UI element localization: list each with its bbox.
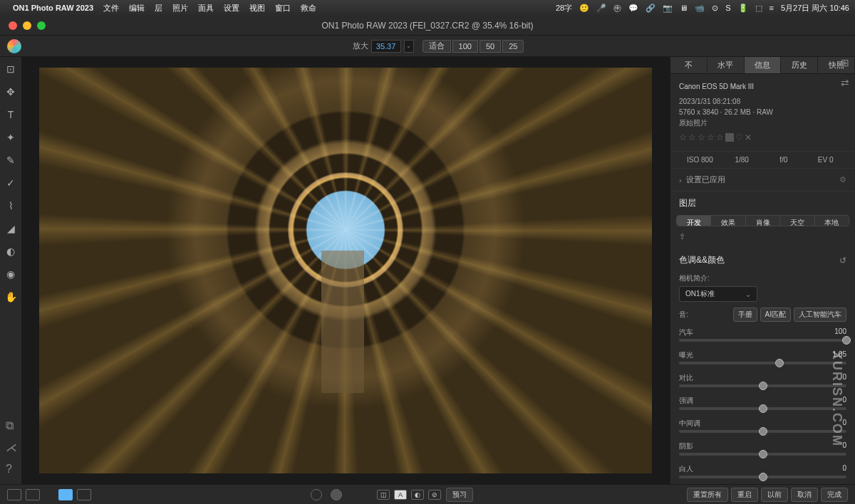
tone-btn-手册[interactable]: 手册 bbox=[733, 308, 757, 322]
statusbar-item[interactable]: 🔗 bbox=[646, 4, 656, 13]
maximize-button[interactable] bbox=[37, 21, 46, 30]
statusbar-item[interactable]: ㊥ bbox=[613, 3, 621, 14]
slider-thumb[interactable] bbox=[759, 450, 767, 458]
slider-thumb[interactable] bbox=[775, 359, 784, 367]
statusbar-item[interactable]: S bbox=[725, 4, 730, 12]
tone-btn-AI匹配[interactable]: AI匹配 bbox=[760, 308, 791, 322]
tab-不[interactable]: 不 bbox=[670, 57, 708, 73]
rating-stars[interactable]: ☆☆☆☆☆ ♡ ✕ bbox=[679, 131, 846, 144]
panel-toggle-icon[interactable]: ⊞ bbox=[841, 57, 854, 70]
camera-profile-dropdown[interactable]: ON1标准 bbox=[679, 286, 757, 302]
color-label[interactable] bbox=[725, 133, 734, 142]
star-icon[interactable]: ☆ bbox=[688, 131, 696, 144]
action-以前[interactable]: 以前 bbox=[761, 488, 788, 502]
mask-a-icon[interactable]: A bbox=[394, 490, 407, 500]
compare-icon[interactable]: ◫ bbox=[377, 490, 390, 500]
toggle-2[interactable] bbox=[331, 489, 342, 500]
menu-视图[interactable]: 视图 bbox=[249, 3, 265, 14]
layer-tab-天空[interactable]: 天空 bbox=[780, 216, 814, 226]
statusbar-item[interactable]: 📷 bbox=[663, 4, 673, 13]
zoom-input[interactable] bbox=[371, 40, 401, 53]
slider-track[interactable] bbox=[679, 453, 846, 456]
histogram-icon[interactable]: ⋌ bbox=[6, 441, 17, 454]
slider-track[interactable] bbox=[679, 476, 846, 478]
statusbar-item[interactable]: 5月27日 周六 10:46 bbox=[781, 3, 849, 14]
move-tool-icon[interactable]: ✥ bbox=[4, 85, 17, 98]
hand-tool-icon[interactable]: ✋ bbox=[4, 290, 17, 303]
layer-tab-开发[interactable]: 开发 bbox=[677, 216, 711, 226]
slider-track[interactable] bbox=[679, 362, 846, 364]
tab-历史[interactable]: 历史 bbox=[781, 57, 818, 73]
tab-水平[interactable]: 水平 bbox=[708, 57, 745, 73]
tone-btn-人工智能汽车[interactable]: 人工智能汽车 bbox=[794, 308, 846, 322]
layer-tab-效果[interactable]: 效果 bbox=[711, 216, 745, 226]
menu-设置[interactable]: 设置 bbox=[224, 3, 239, 14]
zoom-dropdown[interactable]: ⌄ bbox=[404, 40, 414, 53]
statusbar-item[interactable]: 🎤 bbox=[596, 4, 606, 13]
slider-thumb[interactable] bbox=[759, 473, 767, 481]
softproof-icon[interactable]: ◐ bbox=[411, 490, 424, 500]
view-mode-1[interactable] bbox=[7, 489, 21, 500]
settings-applied-row[interactable]: 设置已应用 ⚙ bbox=[670, 169, 855, 191]
canvas-area[interactable] bbox=[21, 57, 670, 484]
on1-logo-icon[interactable] bbox=[7, 39, 21, 53]
action-完成[interactable]: 完成 bbox=[821, 488, 848, 502]
photo-preview[interactable] bbox=[39, 68, 652, 473]
preview-button[interactable]: 预习 bbox=[446, 488, 473, 502]
layers-icon[interactable]: ⧉ bbox=[6, 419, 17, 432]
slider-track[interactable] bbox=[679, 407, 846, 410]
statusbar-item[interactable]: ⬚ bbox=[755, 4, 762, 13]
export-icon[interactable]: ⇪ bbox=[670, 226, 855, 247]
menu-照片[interactable]: 照片 bbox=[172, 3, 188, 14]
fingerprint-icon[interactable]: ◉ bbox=[4, 268, 17, 280]
slider-thumb[interactable] bbox=[759, 427, 767, 436]
adjust-tool-icon[interactable]: ◐ bbox=[4, 245, 17, 258]
heart-icon[interactable]: ♡ bbox=[735, 131, 743, 144]
menu-窗口[interactable]: 窗口 bbox=[275, 3, 291, 14]
statusbar-item[interactable]: ⊙ bbox=[712, 4, 718, 13]
help-icon[interactable]: ? bbox=[6, 463, 17, 476]
action-重启[interactable]: 重启 bbox=[731, 488, 758, 502]
view-mode-2[interactable] bbox=[26, 489, 40, 500]
statusbar-item[interactable]: 28字 bbox=[556, 3, 572, 14]
star-icon[interactable]: ☆ bbox=[698, 131, 705, 144]
preview-toggle-icon[interactable]: ⊘ bbox=[428, 490, 441, 500]
star-icon[interactable]: ☆ bbox=[707, 131, 715, 144]
statusbar-item[interactable]: ≡ bbox=[770, 4, 774, 12]
crop-tool-icon[interactable]: ⊡ bbox=[4, 63, 17, 75]
zoom-preset-50[interactable]: 50 bbox=[480, 40, 501, 53]
slider-track[interactable] bbox=[679, 384, 846, 387]
layer-tab-肖像[interactable]: 肖像 bbox=[746, 216, 780, 226]
zoom-preset-100[interactable]: 100 bbox=[452, 40, 478, 53]
statusbar-item[interactable]: 🖥 bbox=[680, 4, 688, 12]
star-icon[interactable]: ☆ bbox=[679, 131, 687, 144]
settings-icon[interactable]: ⇄ bbox=[841, 77, 854, 90]
statusbar-item[interactable]: 💬 bbox=[628, 4, 638, 13]
brush-tool-icon[interactable]: ✎ bbox=[4, 154, 17, 167]
reset-icon[interactable]: ↺ bbox=[839, 256, 846, 266]
menu-救命[interactable]: 救命 bbox=[301, 3, 316, 14]
statusbar-item[interactable]: 🔋 bbox=[738, 4, 748, 13]
gradient-tool-icon[interactable]: ◢ bbox=[4, 222, 17, 235]
statusbar-item[interactable]: 🙂 bbox=[579, 4, 589, 13]
menu-编辑[interactable]: 编辑 bbox=[129, 3, 145, 14]
menu-面具[interactable]: 面具 bbox=[198, 3, 214, 14]
app-name[interactable]: ON1 Photo RAW 2023 bbox=[13, 4, 93, 12]
magic-wand-icon[interactable]: ✦ bbox=[4, 131, 17, 144]
close-button[interactable] bbox=[9, 21, 17, 30]
slider-thumb[interactable] bbox=[842, 336, 851, 345]
action-重置所有[interactable]: 重置所有 bbox=[687, 488, 728, 502]
reject-icon[interactable]: ✕ bbox=[745, 131, 752, 144]
slider-thumb[interactable] bbox=[759, 404, 767, 413]
heal-tool-icon[interactable]: ✓ bbox=[4, 177, 17, 189]
menu-层[interactable]: 层 bbox=[155, 3, 162, 14]
view-mode-3[interactable] bbox=[58, 489, 73, 500]
layer-tab-本地[interactable]: 本地 bbox=[815, 216, 849, 226]
menu-文件[interactable]: 文件 bbox=[103, 3, 119, 14]
zoom-preset-25[interactable]: 25 bbox=[502, 40, 524, 53]
star-icon[interactable]: ☆ bbox=[716, 131, 724, 144]
zoom-preset-适合[interactable]: 适合 bbox=[423, 40, 451, 53]
minimize-button[interactable] bbox=[23, 21, 31, 30]
slider-thumb[interactable] bbox=[759, 382, 767, 390]
statusbar-item[interactable]: 📹 bbox=[695, 4, 705, 13]
